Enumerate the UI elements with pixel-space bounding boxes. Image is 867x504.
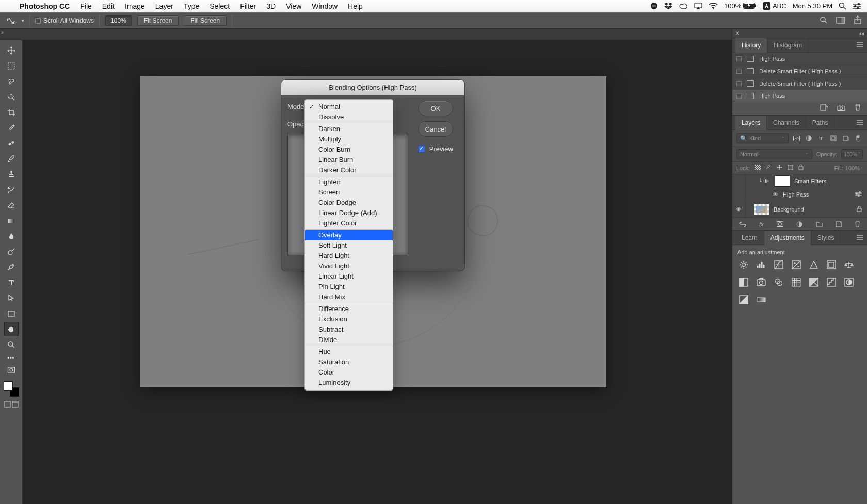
lock-icon[interactable] — [857, 206, 867, 214]
tab-histogram[interactable]: Histogram — [767, 38, 809, 53]
invert-icon[interactable] — [809, 277, 819, 287]
layer-thumb[interactable] — [754, 204, 769, 215]
posterize-icon[interactable] — [826, 277, 837, 287]
selective-color-icon[interactable] — [738, 295, 749, 305]
smart-filter-group[interactable]: 👁 ┗ 👁 Smart Filters — [732, 174, 867, 188]
history-toggle[interactable] — [736, 81, 742, 86]
filter-shape-icon[interactable] — [829, 134, 838, 143]
blend-mode-item[interactable]: Soft Light — [305, 240, 393, 251]
menu-image[interactable]: Image — [120, 2, 150, 10]
tab-layers[interactable]: Layers — [735, 116, 767, 130]
layer-blend-select[interactable]: Normal⌃ — [736, 149, 812, 159]
tab-channels[interactable]: Channels — [767, 116, 806, 130]
edit-toolbar-icon[interactable]: ••• — [8, 355, 15, 361]
filter-toggle-icon[interactable] — [854, 134, 863, 143]
blend-mode-item[interactable]: Hard Light — [305, 251, 393, 261]
blend-mode-item[interactable]: Saturation — [305, 357, 393, 367]
cancel-button[interactable]: Cancel — [418, 121, 453, 137]
layer-kind-filter[interactable]: 🔍Kind⌃ — [736, 133, 789, 143]
history-toggle[interactable] — [736, 69, 742, 74]
menu-filter[interactable]: Filter — [235, 2, 261, 10]
stamp-tool[interactable] — [4, 167, 19, 182]
adjustment-layer-icon[interactable] — [796, 221, 802, 227]
eraser-tool[interactable] — [4, 198, 19, 213]
new-layer-icon[interactable] — [836, 221, 842, 227]
panel-close-strip[interactable]: ✕◂◂ — [732, 29, 867, 38]
layer-background[interactable]: 👁 Background — [732, 201, 867, 218]
tab-overflow-icon[interactable]: » — [1, 30, 4, 35]
tab-history[interactable]: History — [735, 38, 767, 53]
trash-icon[interactable] — [855, 221, 860, 227]
spotlight-icon[interactable] — [839, 2, 846, 10]
blend-mode-item[interactable]: Linear Light — [305, 271, 393, 282]
snapshot-icon[interactable] — [837, 104, 845, 112]
tab-paths[interactable]: Paths — [806, 116, 835, 130]
quick-mask-icon[interactable] — [4, 363, 19, 377]
tab-styles[interactable]: Styles — [811, 231, 841, 245]
filter-type-icon[interactable]: T — [816, 134, 826, 143]
visibility-icon[interactable]: 👁 — [770, 191, 780, 198]
delete-state-icon[interactable] — [855, 104, 861, 112]
menu-file[interactable]: File — [75, 2, 97, 10]
new-doc-from-state-icon[interactable] — [820, 104, 828, 112]
shape-tool[interactable] — [4, 306, 19, 321]
hand-tool[interactable] — [4, 322, 19, 336]
filter-adjust-icon[interactable] — [804, 134, 813, 143]
lock-paint-icon[interactable] — [766, 165, 772, 172]
blend-mode-item[interactable]: Linear Dodge (Add) — [305, 208, 393, 218]
input-source-icon[interactable]: ABC — [763, 2, 786, 10]
fill-field[interactable]: 100%˅ — [845, 165, 863, 171]
tool-preset-chevron-icon[interactable]: ▾ — [22, 18, 24, 23]
pen-tool[interactable] — [4, 260, 19, 274]
crop-tool[interactable] — [4, 105, 19, 120]
blend-mode-item[interactable]: Darken — [305, 124, 393, 134]
menu-view[interactable]: View — [281, 2, 307, 10]
blend-mode-item[interactable]: Linear Burn — [305, 155, 393, 165]
levels-icon[interactable] — [756, 259, 766, 270]
mask-icon[interactable] — [777, 221, 783, 227]
airplay-icon[interactable] — [694, 3, 702, 9]
visibility-icon[interactable]: 👁 — [761, 178, 770, 184]
panel-menu-icon[interactable] — [857, 42, 863, 47]
history-row[interactable]: High Pass — [732, 53, 867, 65]
blend-mode-item[interactable]: Subtract — [305, 324, 393, 335]
blend-mode-item[interactable]: Multiply — [305, 134, 393, 144]
blend-mode-item[interactable]: Dissolve — [305, 112, 393, 122]
visibility-icon[interactable]: 👁 — [732, 203, 746, 216]
tab-adjustments[interactable]: Adjustments — [764, 231, 811, 245]
current-tool-icon[interactable] — [5, 15, 17, 26]
blend-mode-item[interactable]: Luminosity — [305, 378, 393, 388]
lasso-tool[interactable] — [4, 74, 19, 89]
screen-mode-icon[interactable] — [836, 17, 845, 25]
fill-screen-button[interactable]: Fill Screen — [184, 15, 227, 26]
preview-checkbox[interactable]: Preview — [418, 145, 453, 153]
battery-status[interactable]: 100% — [724, 2, 757, 10]
history-toggle[interactable] — [736, 93, 742, 99]
blend-mode-item[interactable]: Darker Color — [305, 165, 393, 175]
menu-window[interactable]: Window — [307, 2, 343, 10]
menu-select[interactable]: Select — [204, 2, 235, 10]
threshold-icon[interactable] — [844, 277, 854, 287]
blend-mode-item[interactable]: Overlay — [305, 230, 393, 240]
blur-tool[interactable] — [4, 229, 19, 243]
zoom-field[interactable]: 100% — [105, 15, 132, 26]
type-tool[interactable] — [4, 275, 19, 290]
photo-filter-icon[interactable] — [756, 277, 766, 287]
color-swatches[interactable] — [4, 381, 19, 397]
panel-menu-icon[interactable] — [857, 235, 863, 240]
blend-mode-item[interactable]: Screen — [305, 187, 393, 198]
blend-mode-item[interactable]: Vivid Light — [305, 261, 393, 271]
checkbox-checked-icon[interactable] — [418, 145, 425, 153]
cc-icon[interactable] — [679, 3, 688, 9]
blend-mode-item[interactable]: Normal — [305, 102, 393, 112]
blend-mode-item[interactable]: Pin Light — [305, 282, 393, 292]
tab-learn[interactable]: Learn — [735, 231, 764, 245]
clock[interactable]: Mon 5:30 PM — [793, 2, 832, 10]
color-lookup-icon[interactable] — [791, 277, 801, 287]
color-balance-icon[interactable] — [844, 259, 854, 270]
filter-row-high-pass[interactable]: 👁 👁 High Pass — [732, 188, 867, 201]
eyedropper-tool[interactable] — [4, 121, 19, 135]
history-row[interactable]: Delete Smart Filter ( High Pass ) — [732, 77, 867, 90]
blend-mode-item[interactable]: Lighter Color — [305, 218, 393, 229]
fg-swatch[interactable] — [4, 381, 13, 391]
